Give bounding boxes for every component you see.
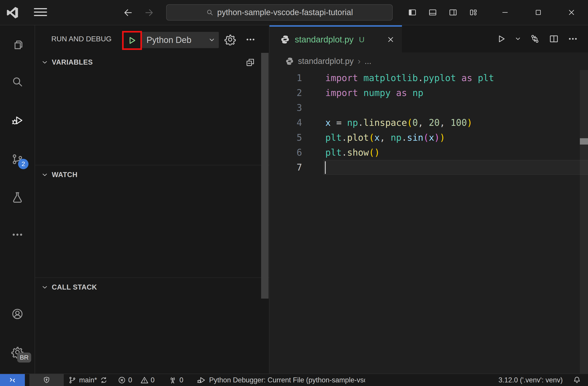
forward-arrow-icon[interactable] bbox=[144, 7, 155, 18]
sidebar-item-run-debug[interactable] bbox=[0, 113, 35, 128]
debug-icon bbox=[11, 114, 24, 127]
sync-icon bbox=[100, 376, 108, 384]
section-label: CALL STACK bbox=[52, 283, 97, 291]
branch-name: main* bbox=[79, 376, 97, 384]
section-label: WATCH bbox=[52, 171, 78, 179]
close-tab-icon[interactable] bbox=[387, 36, 395, 44]
code-line[interactable]: 6plt.show() bbox=[270, 145, 588, 160]
tab-bar: standardplot.py U bbox=[270, 25, 588, 52]
code-line[interactable]: 3 bbox=[270, 100, 588, 115]
code-line[interactable]: 4x = np.linspace(0, 20, 100) bbox=[270, 115, 588, 130]
notifications-bell-icon[interactable] bbox=[573, 376, 581, 385]
minimize-button[interactable] bbox=[488, 0, 522, 25]
code-lines[interactable]: 1import matplotlib.pyplot as plt2import … bbox=[270, 70, 588, 374]
title-bar: python-sample-vscode-fastapi-tutorial bbox=[0, 0, 588, 25]
code-line[interactable]: 5plt.plot(x, np.sin(x)) bbox=[270, 130, 588, 145]
search-value: python-sample-vscode-fastapi-tutorial bbox=[217, 8, 353, 17]
sidebar-toolbar: RUN AND DEBUG Python Deb bbox=[35, 25, 269, 53]
activity-more-button[interactable] bbox=[0, 228, 35, 242]
command-center-search[interactable]: python-sample-vscode-fastapi-tutorial bbox=[166, 4, 393, 20]
error-icon bbox=[118, 376, 126, 384]
section-label: VARIABLES bbox=[52, 58, 93, 66]
section-call-stack[interactable]: CALL STACK bbox=[35, 277, 269, 297]
shield-icon bbox=[42, 376, 51, 384]
status-bar: main* 0 0 0 Python Debugger: Current Fil… bbox=[0, 374, 588, 386]
breadcrumb[interactable]: standardplot.py › ... bbox=[270, 52, 588, 70]
git-branch-item[interactable]: main* bbox=[68, 374, 108, 386]
maximize-button[interactable] bbox=[522, 0, 555, 25]
open-changes-icon[interactable] bbox=[530, 34, 540, 44]
debug-settings-button[interactable] bbox=[223, 33, 237, 47]
chevron-right-icon: › bbox=[358, 57, 360, 66]
account-button[interactable] bbox=[0, 307, 35, 321]
back-arrow-icon[interactable] bbox=[123, 7, 133, 18]
split-editor-icon[interactable] bbox=[549, 34, 559, 44]
views-more-button[interactable] bbox=[243, 33, 257, 47]
toggle-sidebar-icon[interactable] bbox=[408, 8, 417, 17]
gear-icon bbox=[224, 34, 236, 45]
start-debugging-button[interactable] bbox=[127, 36, 137, 45]
search-icon bbox=[206, 9, 214, 16]
run-dropdown-chevron-icon[interactable] bbox=[515, 36, 521, 42]
python-interpreter-item[interactable]: 3.12.0 ('.venv': venv) bbox=[499, 376, 563, 384]
problems-item[interactable]: 0 0 bbox=[118, 374, 155, 386]
more-icon bbox=[245, 34, 256, 45]
text-cursor bbox=[325, 161, 326, 174]
sidebar-title: RUN AND DEBUG bbox=[51, 25, 112, 53]
breadcrumb-symbol[interactable]: ... bbox=[365, 57, 371, 66]
collapse-all-button[interactable] bbox=[245, 57, 256, 68]
files-icon bbox=[11, 39, 24, 51]
ports-count: 0 bbox=[180, 376, 183, 384]
close-window-button[interactable] bbox=[555, 0, 588, 25]
line-number: 2 bbox=[270, 85, 302, 100]
tab-standardplot[interactable]: standardplot.py U bbox=[270, 25, 402, 52]
ports-item[interactable]: 0 bbox=[169, 374, 183, 386]
line-number: 5 bbox=[270, 130, 302, 145]
warning-icon bbox=[140, 376, 148, 384]
customize-layout-icon[interactable] bbox=[469, 8, 478, 17]
sidebar-scrollbar[interactable] bbox=[261, 53, 269, 299]
sidebar-item-explorer[interactable] bbox=[0, 38, 35, 52]
collapse-all-icon bbox=[245, 57, 255, 67]
toggle-panel-icon[interactable] bbox=[428, 8, 437, 17]
scrollbar-decoration bbox=[580, 138, 588, 145]
debug-config-dropdown[interactable]: Python Deb bbox=[142, 32, 219, 48]
sidebar-item-search[interactable] bbox=[0, 75, 35, 89]
remote-indicator[interactable] bbox=[0, 374, 25, 386]
breadcrumb-file[interactable]: standardplot.py bbox=[298, 57, 354, 66]
menu-icon[interactable] bbox=[34, 8, 47, 17]
run-file-button[interactable] bbox=[496, 34, 506, 44]
maximize-icon bbox=[534, 8, 542, 17]
section-watch[interactable]: WATCH bbox=[35, 165, 269, 184]
chevron-down-icon bbox=[209, 37, 215, 43]
settings-button[interactable]: BR bbox=[0, 345, 35, 359]
minimize-icon bbox=[501, 8, 509, 17]
editor-scrollbar[interactable] bbox=[580, 70, 588, 374]
code-line[interactable]: 2import numpy as np bbox=[270, 85, 588, 100]
beaker-icon bbox=[11, 191, 24, 204]
activity-bar: 2 BR bbox=[0, 25, 35, 374]
code-line[interactable]: 1import matplotlib.pyplot as plt bbox=[270, 71, 588, 85]
line-number: 1 bbox=[270, 71, 302, 85]
radio-tower-icon bbox=[169, 376, 177, 384]
debugger-status-item[interactable]: Python Debugger: Current File (python-sa… bbox=[197, 374, 365, 386]
editor-more-icon[interactable] bbox=[568, 34, 578, 44]
run-debug-sidebar: RUN AND DEBUG Python Deb VARIABLES bbox=[35, 25, 270, 374]
line-number: 7 bbox=[270, 160, 302, 175]
profile-badge: BR bbox=[17, 353, 31, 363]
close-icon bbox=[567, 8, 576, 17]
more-icon bbox=[11, 228, 24, 241]
section-variables[interactable]: VARIABLES bbox=[35, 53, 269, 72]
sidebar-item-testing[interactable] bbox=[0, 190, 35, 204]
editor-group: standardplot.py U bbox=[270, 25, 588, 374]
annotation-red-box bbox=[122, 31, 142, 50]
python-file-icon bbox=[280, 35, 290, 44]
sidebar-item-source-control[interactable]: 2 bbox=[0, 152, 35, 166]
warning-count: 0 bbox=[151, 376, 155, 384]
git-untracked-badge: U bbox=[359, 35, 365, 44]
toggle-secondary-sidebar-icon[interactable] bbox=[448, 8, 458, 17]
workspace-trust-button[interactable] bbox=[29, 374, 64, 386]
debugger-status-text: Python Debugger: Current File (python-sa… bbox=[209, 376, 365, 384]
git-branch-icon bbox=[68, 376, 76, 384]
code-line[interactable]: 7 bbox=[270, 160, 588, 175]
